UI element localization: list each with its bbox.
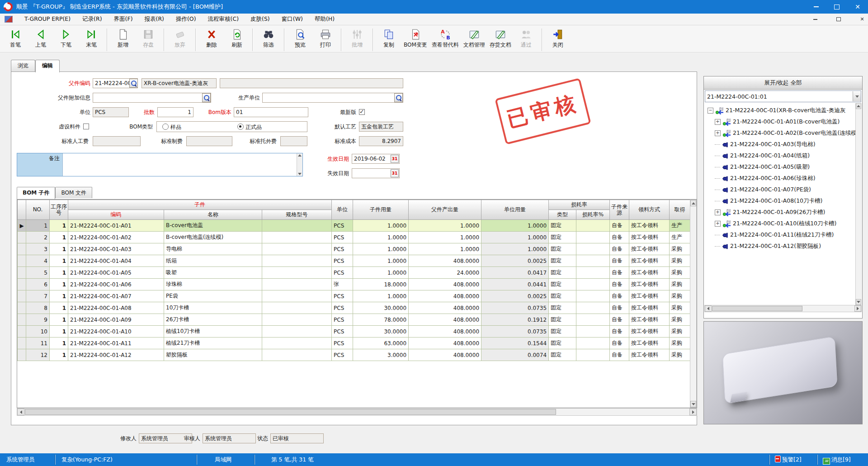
cell-pick[interactable]: 按工令领料: [629, 243, 670, 255]
toolbar-button-存货文档[interactable]: 存货文档: [487, 28, 514, 49]
cell-no[interactable]: 5: [26, 267, 50, 279]
cell-no[interactable]: 8: [26, 302, 50, 314]
toolbar-button-文档管理[interactable]: 文档管理: [461, 28, 487, 49]
effective-date-calendar-button[interactable]: 31: [391, 155, 399, 163]
cell-acq[interactable]: 采购: [670, 279, 690, 290]
cell-spec[interactable]: [262, 255, 332, 267]
cell-spec[interactable]: [262, 290, 332, 302]
tree-node-7[interactable]: 21-M2224-00C-01-A07(PE袋): [715, 184, 811, 195]
parent-extra-lookup-button[interactable]: [202, 93, 211, 102]
cell-pout[interactable]: 1.0000: [409, 220, 481, 232]
cell-pout[interactable]: 408.0000: [409, 290, 481, 302]
toolbar-button-新增[interactable]: 新增: [110, 28, 136, 49]
cell-qty[interactable]: 1.0000: [353, 290, 409, 302]
cell-seq[interactable]: 1: [50, 349, 68, 361]
toolbar-button-复制[interactable]: 复制: [376, 28, 401, 49]
cell-lpct[interactable]: [576, 314, 610, 326]
cell-ltype[interactable]: 固定: [549, 232, 576, 243]
cell-seq[interactable]: 1: [50, 302, 68, 314]
cell-code[interactable]: 21-M2224-00C-01-A07: [68, 290, 164, 302]
menu-item-2[interactable]: 界面(F): [114, 15, 133, 23]
cell-unit[interactable]: PCS: [332, 267, 353, 279]
cell-uusage[interactable]: 0.0417: [481, 267, 549, 279]
cell-spec[interactable]: [262, 220, 332, 232]
cell-seq[interactable]: 1: [50, 314, 68, 326]
cell-uusage[interactable]: 0.0441: [481, 279, 549, 290]
cell-unit[interactable]: PCS: [332, 349, 353, 361]
scroll-thumb[interactable]: [712, 306, 802, 311]
cell-src[interactable]: 自备: [610, 279, 629, 290]
cell-ltype[interactable]: 固定: [549, 338, 576, 349]
menu-item-5[interactable]: 流程审核(C): [208, 15, 239, 23]
cell-unit[interactable]: PCS: [332, 220, 353, 232]
cell-uusage[interactable]: 0.1544: [481, 338, 549, 349]
cell-code[interactable]: 21-M2224-00C-01-A09: [68, 314, 164, 326]
tree-node-5[interactable]: 21-M2224-00C-01-A05(吸塑): [715, 162, 810, 173]
cell-acq[interactable]: 采购: [670, 267, 690, 279]
cell-src[interactable]: 自备: [610, 326, 629, 338]
cell-ltype[interactable]: 固定: [549, 290, 576, 302]
cell-spec[interactable]: [262, 338, 332, 349]
bom-version-field[interactable]: 01: [234, 107, 308, 117]
tab-bom-files[interactable]: BOM 文件: [55, 187, 92, 198]
cell-qty[interactable]: 78.0000: [353, 314, 409, 326]
cell-ltype[interactable]: 固定: [549, 302, 576, 314]
cell-spec[interactable]: [262, 243, 332, 255]
cell-uusage[interactable]: 0.1912: [481, 314, 549, 326]
cell-qty[interactable]: 30.0000: [353, 326, 409, 338]
grid-hscrollbar[interactable]: [17, 408, 697, 416]
cell-ind[interactable]: [18, 232, 26, 243]
cell-ind[interactable]: [18, 255, 26, 267]
cell-acq[interactable]: 采购: [670, 326, 690, 338]
cell-ind[interactable]: [18, 267, 26, 279]
cell-ltype[interactable]: 固定: [549, 314, 576, 326]
maximize-button[interactable]: [826, 0, 847, 14]
cell-acq[interactable]: 生产: [670, 220, 690, 232]
cell-uusage[interactable]: 0.0735: [481, 302, 549, 314]
cell-seq[interactable]: 1: [50, 279, 68, 290]
cell-spec[interactable]: [262, 349, 332, 361]
cell-qty[interactable]: 30.0000: [353, 302, 409, 314]
cell-no[interactable]: 12: [26, 349, 50, 361]
cell-pout[interactable]: 408.0000: [409, 326, 481, 338]
tree-node-8[interactable]: 21-M2224-00C-01-A08(10刀卡槽): [715, 195, 822, 207]
cell-spec[interactable]: [262, 232, 332, 243]
tree-node-4[interactable]: 21-M2224-00C-01-A04(纸箱): [715, 150, 810, 162]
cell-no[interactable]: 3: [26, 243, 50, 255]
cell-lpct[interactable]: [576, 255, 610, 267]
menu-item-0[interactable]: T-GROUP ERP(E): [24, 15, 71, 23]
cell-lpct[interactable]: [576, 290, 610, 302]
cell-src[interactable]: 自备: [610, 243, 629, 255]
parent-extra-field[interactable]: [93, 93, 211, 103]
mdi-restore-button[interactable]: [833, 15, 844, 24]
cell-name[interactable]: 吸塑: [164, 267, 262, 279]
menu-item-6[interactable]: 皮肤(S): [250, 15, 270, 23]
cell-pick[interactable]: 按工令领料: [629, 290, 670, 302]
statusbar-message[interactable]: ✉消息[9]: [823, 453, 851, 466]
cell-pick[interactable]: 按工令领料: [629, 326, 670, 338]
cell-unit[interactable]: PCS: [332, 338, 353, 349]
cell-src[interactable]: 自备: [610, 255, 629, 267]
toolbar-button-下笔[interactable]: 下笔: [53, 28, 79, 49]
toolbar-button-关闭[interactable]: 关闭: [545, 28, 571, 49]
cell-lpct[interactable]: [576, 243, 610, 255]
prod-unit-lookup-button[interactable]: [394, 93, 403, 102]
cell-unit[interactable]: PCS: [332, 290, 353, 302]
cell-unit[interactable]: PCS: [332, 232, 353, 243]
cell-name[interactable]: 珍珠棉: [164, 279, 262, 290]
cell-uusage[interactable]: 0.0735: [481, 326, 549, 338]
cell-spec[interactable]: [262, 279, 332, 290]
cell-lpct[interactable]: [576, 220, 610, 232]
cell-ltype[interactable]: 固定: [549, 220, 576, 232]
cell-ind[interactable]: [18, 349, 26, 361]
grid-vscrollbar[interactable]: [690, 200, 697, 408]
toolbar-button-刷新[interactable]: 刷新: [224, 28, 250, 49]
cell-no[interactable]: 10: [26, 326, 50, 338]
cell-acq[interactable]: 生产: [670, 232, 690, 243]
remark-input[interactable]: [62, 153, 297, 176]
toolbar-button-BOM变更[interactable]: BOM变更: [401, 28, 429, 49]
cell-code[interactable]: 21-M2224-00C-01-A04: [68, 255, 164, 267]
cell-unit[interactable]: PCS: [332, 243, 353, 255]
parent-code-lookup-button[interactable]: [129, 79, 138, 88]
cell-acq[interactable]: 采购: [670, 290, 690, 302]
